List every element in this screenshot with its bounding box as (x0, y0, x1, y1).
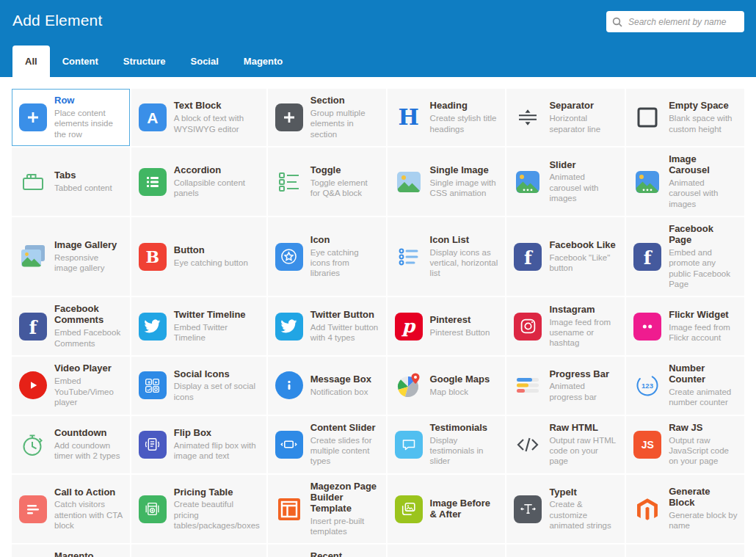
element-card-heading[interactable]: HHeadingCreate stylish title headings (388, 89, 506, 146)
element-card-tabs[interactable]: TabsTabbed content (12, 148, 130, 216)
element-card-text-block[interactable]: AText BlockA block of text with WYSIWYG … (131, 89, 266, 146)
element-title: TypeIt (549, 487, 618, 498)
element-card-image-carousel[interactable]: Image CarouselAnimated carousel with ima… (626, 148, 744, 216)
facebook-icon: f (633, 242, 662, 272)
tab-content[interactable]: Content (50, 45, 111, 77)
facebook-icon: f (18, 312, 48, 341)
row-plus-icon (275, 103, 304, 132)
element-card-countdown[interactable]: CountdownAdd coundown timer with 2 types (12, 416, 130, 473)
element-title: Flip Box (174, 428, 260, 439)
element-card-raw-html[interactable]: Raw HTMLOutput raw HTML code on your pag… (506, 416, 625, 473)
element-desc: Group multiple elements in section (310, 108, 379, 139)
element-desc: Facebook "Like" button (549, 252, 618, 274)
tab-magento[interactable]: Magento (231, 45, 295, 77)
element-title: Generate Block (669, 487, 738, 509)
element-card-twitter-timeline[interactable]: Twitter TimelineEmbed Twitter Timeline (131, 297, 266, 355)
info-icon (275, 371, 304, 400)
element-card-row[interactable]: RowPlace content elements inside the row (12, 89, 130, 146)
element-title: Message Box (310, 374, 371, 385)
tab-social[interactable]: Social (178, 45, 231, 77)
element-card-facebook-like[interactable]: fFacebook LikeFacebook "Like" button (506, 217, 625, 296)
toggle-icon (275, 167, 304, 197)
cta-icon (18, 495, 48, 524)
element-card-progress-bar[interactable]: Progress BarAnimated progress bar (506, 357, 625, 415)
element-card-recent-reviews[interactable]: Recent ReviewsThe most recent reviews on… (268, 545, 386, 557)
element-card-image-gallery[interactable]: Image GalleryResponsive image gallery (12, 217, 130, 296)
element-card-icon[interactable]: IconEye catching icons from libraries (268, 217, 386, 296)
search-box[interactable] (606, 11, 744, 32)
content-slider-icon (275, 430, 304, 459)
element-card-typeit[interactable]: TypeItCreate & customize animated string… (506, 475, 625, 544)
element-card-single-image[interactable]: Single ImageSingle image with CSS animat… (388, 148, 506, 216)
element-card-pricing-table[interactable]: Pricing TableCreate beautiful pricing ta… (131, 475, 266, 544)
element-card-flickr-widget[interactable]: Flickr WidgetImage feed from Flickr acco… (626, 297, 744, 355)
element-card-generate-block[interactable]: Generate BlockGenerate block by name (626, 475, 744, 544)
element-title: Button (174, 245, 248, 256)
element-title: Heading (430, 101, 499, 112)
element-card-message-box[interactable]: Message BoxNotification box (268, 357, 386, 415)
element-title: Single Image (430, 165, 499, 176)
element-card-newsletter-form[interactable]: Newsletter FormA newsletter form for you… (506, 545, 625, 557)
element-card-separator[interactable]: SeparatorHorizontal separator line (506, 89, 625, 146)
heading-icon: H (394, 103, 424, 132)
element-card-toggle[interactable]: ToggleToggle element for Q&A block (268, 148, 386, 216)
tab-all[interactable]: All (12, 45, 50, 77)
gmaps-icon (394, 371, 424, 400)
element-card-magento-widget[interactable]: Magento WidgetInsert Magento widgets or … (12, 545, 130, 557)
element-title: Pricing Table (174, 487, 260, 498)
social-grid-icon (138, 371, 167, 400)
element-title: Raw HTML (549, 423, 618, 434)
element-card-contact-form[interactable]: Contact FormA contact form for your site (626, 545, 744, 557)
element-card-slider[interactable]: SliderAnimated carousel with images (506, 148, 625, 216)
element-desc: Animated carousel with images (549, 172, 618, 203)
element-title: Facebook Like (549, 240, 618, 251)
element-title: Video Player (54, 363, 123, 374)
element-card-static-block[interactable]: Static BlockEmbed CMS blocks (131, 545, 266, 557)
element-card-accordion[interactable]: AccordionCollapsible content panels (131, 148, 266, 216)
element-desc: Animated flip box with image and text (174, 440, 260, 462)
element-card-twitter-button[interactable]: Twitter ButtonAdd Twitter button with 4 … (268, 297, 386, 355)
element-desc: Create animated number counter (669, 387, 738, 408)
element-title: Testimonials (430, 423, 499, 434)
element-card-call-to-action[interactable]: Call to ActionCatch visitors attention w… (12, 475, 130, 544)
element-card-empty-space[interactable]: Empty SpaceBlank space with custom heigh… (626, 89, 744, 146)
element-card-image-before-after[interactable]: Image Before & After (388, 475, 506, 544)
element-desc: Display testimonials in slider (430, 435, 499, 467)
element-card-section[interactable]: SectionGroup multiple elements in sectio… (268, 89, 386, 146)
flipbox-icon (138, 430, 167, 459)
element-card-social-icons[interactable]: Social IconsDisplay a set of social icon… (131, 357, 266, 415)
search-input[interactable] (627, 16, 738, 28)
element-card-button[interactable]: BButtonEye catching button (131, 217, 266, 296)
element-card-search-form[interactable]: Search FormA search form for your site (388, 545, 506, 557)
element-card-raw-js[interactable]: JSRaw JSOutput raw JavaScript code on yo… (626, 416, 744, 473)
element-desc: Eye catching button (174, 258, 248, 268)
element-desc: Add coundown timer with 2 types (54, 440, 123, 462)
instagram-icon (513, 312, 542, 341)
element-title: Countdown (54, 428, 123, 439)
element-card-instagram[interactable]: InstagramImage feed from usename or hash… (506, 297, 625, 355)
element-desc: Catch visitors attention with CTA block (54, 499, 123, 531)
code-icon (513, 430, 542, 459)
element-card-testimonials[interactable]: TestimonialsDisplay testimonials in slid… (388, 416, 506, 473)
gallery-icon (18, 242, 48, 272)
element-card-google-maps[interactable]: Google MapsMap block (388, 357, 506, 415)
element-desc: Place content elements inside the row (54, 108, 123, 139)
element-card-video-player[interactable]: Video PlayerEmbed YouTube/Vimeo player (12, 357, 130, 415)
element-title: Tabs (54, 170, 112, 181)
element-card-flip-box[interactable]: Flip BoxAnimated flip box with image and… (131, 416, 266, 473)
element-card-pinterest[interactable]: pPinterestPinterest Button (388, 297, 506, 355)
element-card-number-counter[interactable]: 123Number CounterCreate animated number … (626, 357, 744, 415)
tab-structure[interactable]: Structure (111, 45, 178, 77)
element-desc: Image feed from Flickr account (669, 322, 738, 343)
facebook-icon: f (513, 242, 542, 272)
search-icon (612, 17, 622, 27)
element-card-content-slider[interactable]: Content SliderCreate slides for multiple… (268, 416, 386, 473)
element-card-facebook-page[interactable]: fFacebook PageEmbed and promote any publ… (626, 217, 744, 296)
element-card-facebook-comments[interactable]: fFacebook CommentsEmbed Facebook Comment… (12, 297, 130, 355)
element-card-icon-list[interactable]: Icon ListDisplay icons as vertical, hori… (388, 217, 506, 296)
element-card-magezon-page-builder-template[interactable]: Magezon Page Builder TemplateInsert pre-… (268, 475, 386, 544)
single-image-icon (394, 167, 424, 197)
accordion-icon (138, 167, 167, 197)
element-desc: Map block (430, 387, 490, 397)
element-title: Icon (310, 235, 379, 246)
